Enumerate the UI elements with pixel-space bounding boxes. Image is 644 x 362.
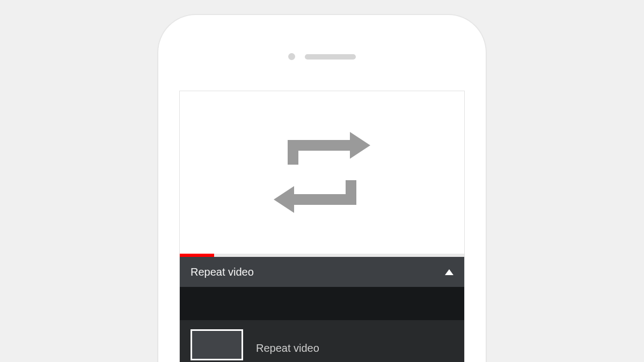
camera-dot-icon [288,53,295,60]
repeat-icon [263,125,381,219]
playlist-header-title: Repeat video [191,266,254,278]
phone-frame: Repeat video Repeat video [158,15,486,362]
playlist-gap [180,287,464,320]
video-thumbnail [191,329,243,360]
svg-rect-4 [346,180,356,205]
phone-inner: Repeat video Repeat video [160,17,484,362]
phone-speaker-area [160,53,484,60]
svg-marker-2 [350,132,370,159]
playlist-item[interactable]: Repeat video [180,320,464,362]
playlist-header[interactable]: Repeat video [180,257,464,287]
video-progress-fill [180,254,214,257]
speaker-slot-icon [305,54,356,60]
playlist-item-label: Repeat video [256,342,319,354]
video-player-area[interactable] [180,91,464,254]
svg-marker-5 [274,186,294,213]
collapse-up-icon[interactable] [445,269,453,275]
video-progress-bar[interactable] [180,254,464,257]
phone-screen: Repeat video Repeat video [179,91,465,362]
svg-rect-1 [288,140,298,165]
